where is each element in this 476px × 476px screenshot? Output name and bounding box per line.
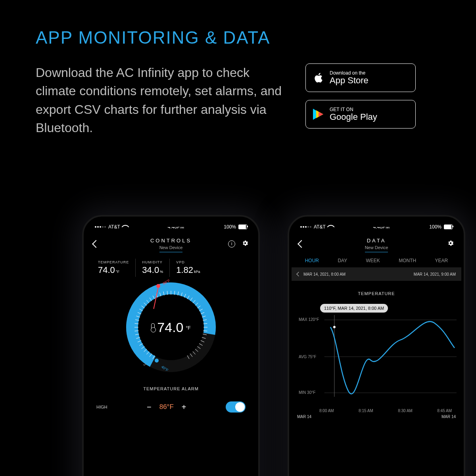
vpd-label: VPD — [176, 260, 200, 264]
alarm-high-label: HIGH — [96, 405, 107, 409]
x-tick: 8:45 AM — [437, 409, 452, 413]
signal-icon — [300, 226, 311, 228]
tab-year[interactable]: YEAR — [435, 258, 448, 263]
screen-subtitle: New Device — [365, 245, 388, 250]
description-text: Download the AC Infinity app to check cl… — [36, 63, 290, 137]
google-play-badge[interactable]: GET IT ON Google Play — [305, 100, 416, 129]
thermometer-icon — [151, 323, 155, 331]
svg-point-58 — [333, 326, 336, 328]
carrier-label: AT&T — [108, 224, 120, 230]
range-end: MAR 14, 2021, 9:00 AM — [414, 272, 456, 276]
temperature-gauge[interactable]: // draw radial ticks once (function(){ v… — [125, 282, 217, 373]
google-badge-big: Google Play — [330, 112, 377, 122]
range-tabs: HOUR DAY WEEK MONTH YEAR — [292, 255, 461, 267]
apple-icon — [313, 72, 324, 83]
x-edge-right: MAR 14 — [441, 415, 456, 419]
phone-controls: AT&T 4:48PM 100% CONTROLS New Device — [82, 215, 260, 476]
signal-icon — [95, 226, 106, 228]
x-tick: 8:30 AM — [398, 409, 413, 413]
battery-icon — [444, 225, 453, 229]
chart-title: TEMPERATURE — [292, 291, 461, 296]
wifi-icon — [121, 223, 129, 231]
x-edge-left: MAR 14 — [297, 415, 311, 419]
screen-subtitle: New Device — [159, 245, 183, 250]
battery-icon — [238, 225, 247, 229]
temperature-value: 74.0 — [98, 265, 115, 275]
tab-day[interactable]: DAY — [338, 258, 347, 263]
screen-title: CONTROLS — [86, 238, 256, 244]
alarm-high-value: 86°F — [159, 403, 174, 411]
plus-button[interactable]: + — [182, 403, 186, 412]
tab-month[interactable]: MONTH — [399, 258, 416, 263]
google-play-icon — [313, 109, 324, 120]
screen-title: DATA — [292, 238, 461, 244]
google-badge-small: GET IT ON — [330, 107, 377, 112]
alarm-section-title: TEMPERATURE ALARM — [86, 386, 256, 391]
page-title: APP MONITORING & DATA — [36, 28, 476, 48]
app-store-badge[interactable]: Download on the App Store — [305, 63, 416, 92]
chevron-left-icon[interactable] — [296, 272, 301, 276]
apple-badge-small: Download on the — [330, 70, 369, 76]
battery-pct: 100% — [224, 224, 236, 230]
range-start: MAR 14, 2021, 8:00 AM — [303, 272, 345, 276]
apple-badge-big: App Store — [330, 76, 369, 85]
temperature-chart[interactable]: 110°F, MAR 14, 2021, 8:00 AM MAX 120°F A… — [296, 304, 457, 407]
x-tick: 8:00 AM — [319, 409, 334, 413]
readings-row: TEMPERATURE 74.0°F HUMIDITY 34.0% VPD 1.… — [86, 255, 256, 280]
tab-hour[interactable]: HOUR — [305, 258, 319, 263]
date-range-bar[interactable]: MAR 14, 2021, 8:00 AM MAR 14, 2021, 9:00… — [292, 267, 461, 281]
alarm-high-stepper[interactable]: − 86°F + — [147, 403, 186, 412]
humidity-label: HUMIDITY — [142, 260, 163, 264]
gauge-value: 74.0 — [157, 320, 183, 335]
wifi-icon — [327, 223, 335, 231]
x-tick: 8:15 AM — [359, 409, 373, 413]
alarm-high-toggle[interactable] — [226, 401, 246, 413]
gauge-unit: °F — [186, 325, 191, 331]
vpd-value: 1.82 — [176, 265, 193, 275]
phone-data: AT&T 4:48PM 100% DATA New Device — [288, 215, 465, 476]
minus-button[interactable]: − — [147, 403, 152, 412]
humidity-value: 34.0 — [142, 265, 159, 275]
temperature-label: TEMPERATURE — [98, 260, 129, 264]
tab-week[interactable]: WEEK — [366, 258, 380, 263]
